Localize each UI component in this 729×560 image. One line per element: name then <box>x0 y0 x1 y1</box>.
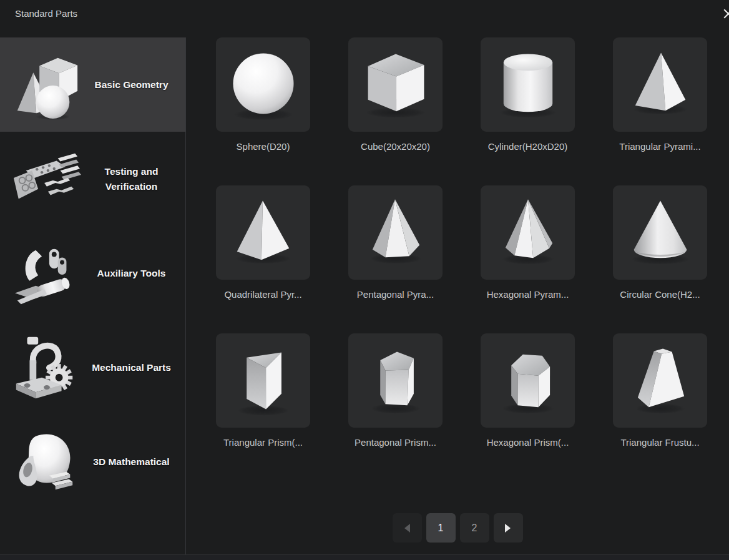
part-tile-pentagonal-pyramid[interactable] <box>348 185 443 280</box>
cylinder-icon <box>488 45 568 125</box>
part-item-sphere: Sphere(D20) <box>216 37 310 185</box>
next-page-button[interactable] <box>494 513 523 543</box>
3d-mathematical-icon <box>9 425 82 499</box>
part-tile-sphere[interactable] <box>216 37 310 132</box>
part-tile-triangular-prism[interactable] <box>216 333 310 428</box>
parts-panel: Sphere(D20) Cube(20x20x20) Cylinder(H20x… <box>186 37 729 554</box>
sidebar-item-mechanical-parts[interactable]: Mechanical Parts <box>0 320 185 415</box>
part-label-hexagonal-prism: Hexagonal Prism(... <box>481 437 575 448</box>
part-item-pentagonal-pyramid: Pentagonal Pyra... <box>348 185 443 333</box>
part-item-triangular-frustum: Triangular Frustu... <box>613 333 707 481</box>
bottom-strip <box>0 554 729 560</box>
triangular-prism-icon <box>223 341 303 421</box>
sidebar-item-testing-and-verification[interactable]: Testing and Verification <box>0 132 185 226</box>
part-item-cylinder: Cylinder(H20xD20) <box>481 37 575 185</box>
part-tile-hexagonal-pyramid[interactable] <box>481 185 575 280</box>
part-label-triangular-pyramid: Triangular Pyrami... <box>613 141 707 152</box>
category-label: Testing and Verification <box>82 164 185 194</box>
sphere-icon <box>223 45 303 125</box>
part-tile-circular-cone[interactable] <box>613 185 707 280</box>
part-tile-cylinder[interactable] <box>481 37 575 132</box>
chevron-left-icon <box>403 523 411 533</box>
pentagonal-pyramid-icon <box>356 193 436 273</box>
triangular-frustum-icon <box>620 341 700 421</box>
part-label-circular-cone: Circular Cone(H2... <box>613 289 707 300</box>
testing-verification-icon <box>9 142 82 216</box>
cube-icon <box>356 45 436 125</box>
chevron-right-icon <box>504 523 512 533</box>
part-label-cylinder: Cylinder(H20xD20) <box>481 141 575 152</box>
hexagonal-pyramid-icon <box>488 193 568 273</box>
part-tile-triangular-frustum[interactable] <box>613 333 707 428</box>
page-button-1[interactable]: 1 <box>426 513 456 543</box>
part-tile-hexagonal-prism[interactable] <box>481 333 575 428</box>
quadrilateral-pyramid-icon <box>223 193 303 273</box>
part-item-cube: Cube(20x20x20) <box>348 37 443 185</box>
part-item-quadrilateral-pyramid: Quadrilateral Pyr... <box>216 185 310 333</box>
part-tile-cube[interactable] <box>348 37 443 132</box>
part-tile-pentagonal-prism[interactable] <box>348 333 443 428</box>
part-label-sphere: Sphere(D20) <box>216 141 310 152</box>
part-item-triangular-pyramid: Triangular Pyrami... <box>613 37 707 185</box>
pentagonal-prism-icon <box>356 341 436 421</box>
auxiliary-tools-icon <box>9 237 82 310</box>
category-label: Auxiliary Tools <box>82 266 185 280</box>
triangular-pyramid-icon <box>620 45 700 125</box>
category-label: 3D Mathematical <box>82 454 185 469</box>
basic-geometry-icon <box>9 48 82 122</box>
dialog-title: Standard Parts <box>15 8 77 19</box>
hexagonal-prism-icon <box>488 341 568 421</box>
prev-page-button[interactable] <box>393 513 422 543</box>
mechanical-parts-icon <box>9 331 82 405</box>
part-item-pentagonal-prism: Pentagonal Prism... <box>348 333 443 481</box>
part-item-triangular-prism: Triangular Prism(... <box>216 333 310 481</box>
sidebar-item-basic-geometry[interactable]: Basic Geometry <box>0 37 185 132</box>
part-tile-triangular-pyramid[interactable] <box>613 37 707 132</box>
part-label-pentagonal-prism: Pentagonal Prism... <box>348 437 443 448</box>
part-label-triangular-frustum: Triangular Frustu... <box>613 437 707 448</box>
part-label-hexagonal-pyramid: Hexagonal Pyram... <box>481 289 575 300</box>
pagination: 1 2 <box>186 513 729 543</box>
part-label-cube: Cube(20x20x20) <box>348 141 443 152</box>
category-label: Basic Geometry <box>82 77 185 92</box>
category-label: Mechanical Parts <box>82 360 185 375</box>
sidebar: Basic Geometry Testing and Verification <box>0 37 186 554</box>
sidebar-item-auxiliary-tools[interactable]: Auxiliary Tools <box>0 226 185 320</box>
circular-cone-icon <box>620 193 700 273</box>
part-item-circular-cone: Circular Cone(H2... <box>613 185 707 333</box>
parts-grid: Sphere(D20) Cube(20x20x20) Cylinder(H20x… <box>216 37 707 481</box>
part-label-pentagonal-pyramid: Pentagonal Pyra... <box>348 289 443 300</box>
close-icon[interactable] <box>723 8 729 19</box>
sidebar-item-3d-mathematical[interactable]: 3D Mathematical <box>0 415 185 509</box>
part-label-triangular-prism: Triangular Prism(... <box>216 437 310 448</box>
part-item-hexagonal-prism: Hexagonal Prism(... <box>481 333 575 481</box>
page-button-2[interactable]: 2 <box>460 513 489 543</box>
titlebar: Standard Parts <box>0 0 729 37</box>
part-tile-quadrilateral-pyramid[interactable] <box>216 185 310 280</box>
part-item-hexagonal-pyramid: Hexagonal Pyram... <box>481 185 575 333</box>
part-label-quadrilateral-pyramid: Quadrilateral Pyr... <box>216 289 310 300</box>
